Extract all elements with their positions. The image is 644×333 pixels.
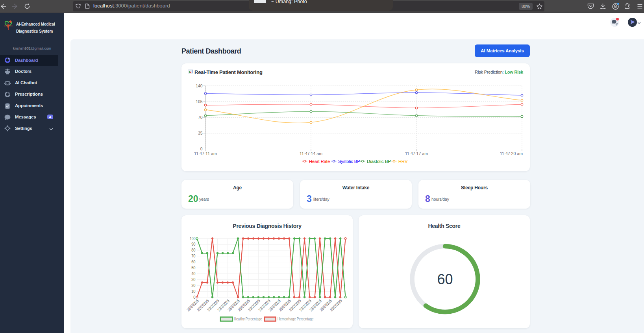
svg-text:11:47:11 am: 11:47:11 am [194, 151, 217, 156]
svg-text:0: 0 [193, 295, 195, 300]
svg-text:60: 60 [191, 259, 195, 264]
svg-text:70: 70 [198, 115, 203, 119]
svg-text:HRV: HRV [398, 159, 408, 163]
svg-text:Diastolic BP: Diastolic BP [367, 159, 391, 163]
svg-text:20: 20 [191, 283, 195, 288]
svg-text:140: 140 [196, 83, 202, 88]
svg-text:50: 50 [191, 265, 195, 270]
svg-text:30: 30 [191, 277, 195, 282]
svg-text:10: 10 [191, 289, 195, 294]
svg-text:11:47:20 am: 11:47:20 am [500, 151, 523, 156]
svg-text:Hemorrhage Percentage: Hemorrhage Percentage [278, 316, 314, 321]
svg-text:60: 60 [437, 271, 453, 287]
svg-text:105: 105 [196, 99, 202, 104]
svg-text:40: 40 [191, 271, 195, 276]
svg-text:Healthy Percentage: Healthy Percentage [234, 316, 262, 321]
svg-text:11:47:17 am: 11:47:17 am [405, 151, 428, 156]
svg-text:Systolic BP: Systolic BP [338, 159, 360, 163]
svg-text:Heart Rate: Heart Rate [309, 159, 330, 163]
svg-text:11:47:14 am: 11:47:14 am [300, 151, 322, 156]
svg-text:70: 70 [191, 253, 195, 258]
svg-text:35: 35 [198, 130, 203, 135]
svg-text:90: 90 [191, 242, 195, 246]
svg-text:0: 0 [200, 146, 203, 151]
svg-text:80: 80 [191, 248, 195, 252]
svg-text:AI: AI [6, 22, 8, 24]
svg-text:100: 100 [190, 236, 196, 241]
